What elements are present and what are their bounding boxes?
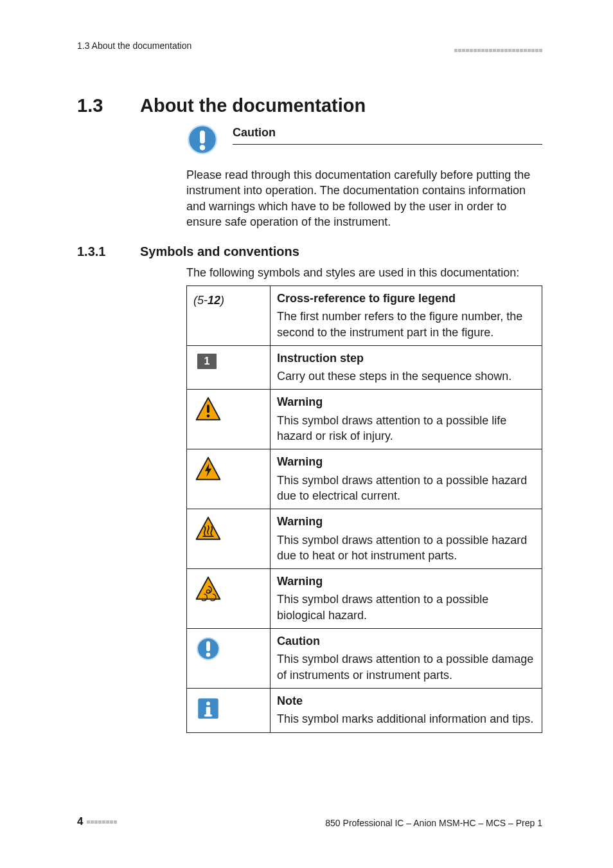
conv-desc: This symbol draws attention to a possibl… bbox=[271, 650, 542, 688]
conv-title: Cross-reference to figure legend bbox=[271, 286, 542, 308]
symbol-cell-step: 1 bbox=[187, 345, 271, 390]
symbol-cell-warn-life bbox=[187, 390, 271, 449]
svg-rect-2 bbox=[200, 131, 205, 143]
running-header: 1.3 About the documentation bbox=[77, 40, 542, 52]
symbol-cell-xref: (5-12) bbox=[187, 286, 271, 346]
page-number: 4 bbox=[77, 815, 83, 829]
symbol-cell-caution bbox=[187, 629, 271, 689]
conv-title: Warning bbox=[271, 449, 542, 471]
section-number: 1.3 bbox=[77, 93, 140, 118]
caution-callout: Caution Please read through this documen… bbox=[186, 123, 542, 230]
svg-rect-15 bbox=[206, 641, 210, 651]
subsection-heading: 1.3.1Symbols and conventions bbox=[77, 243, 299, 260]
conv-title: Instruction step bbox=[271, 345, 542, 367]
conv-desc: This symbol draws attention to a possibl… bbox=[271, 411, 542, 449]
section-heading: 1.3About the documentation bbox=[77, 93, 366, 118]
xref-example: (5-12) bbox=[193, 294, 224, 307]
svg-rect-20 bbox=[204, 714, 212, 716]
conv-title: Note bbox=[271, 688, 542, 710]
footer-doc-title: 850 Professional IC – Anion MSM-HC – MCS… bbox=[325, 817, 542, 829]
warning-heat-icon bbox=[193, 516, 263, 543]
conv-desc: Carry out these steps in the sequence sh… bbox=[271, 367, 542, 390]
section-title: About the documentation bbox=[140, 95, 366, 116]
symbol-cell-warn-elec bbox=[187, 449, 271, 509]
svg-marker-11 bbox=[197, 577, 220, 599]
warning-exclamation-icon bbox=[193, 396, 263, 423]
running-footer: 4 850 Professional IC – Anion MSM-HC – M… bbox=[77, 815, 542, 829]
caution-title: Caution bbox=[233, 125, 542, 145]
conv-title: Warning bbox=[271, 569, 542, 591]
conv-title: Caution bbox=[271, 629, 542, 651]
footer-ornament bbox=[87, 820, 117, 824]
warning-electric-icon bbox=[193, 456, 263, 483]
symbol-cell-note bbox=[187, 688, 271, 732]
header-section-ref: 1.3 About the documentation bbox=[77, 40, 191, 52]
symbol-cell-warn-bio bbox=[187, 569, 271, 629]
conv-desc: The first number refers to the figure nu… bbox=[271, 307, 542, 345]
caution-circle-icon bbox=[193, 635, 263, 662]
conv-title: Warning bbox=[271, 509, 542, 531]
svg-point-6 bbox=[207, 415, 210, 418]
conv-title: Warning bbox=[271, 390, 542, 411]
caution-body: Please read through this documentation c… bbox=[186, 167, 542, 230]
svg-point-16 bbox=[206, 653, 211, 657]
info-square-icon bbox=[193, 695, 263, 722]
conventions-table: (5-12) Cross-reference to figure legend … bbox=[186, 285, 542, 733]
svg-point-3 bbox=[200, 145, 206, 150]
subsection-intro: The following symbols and styles are use… bbox=[186, 265, 542, 280]
symbol-cell-warn-heat bbox=[187, 509, 271, 569]
conv-desc: This symbol draws attention to a possibl… bbox=[271, 531, 542, 569]
subsection-number: 1.3.1 bbox=[77, 243, 140, 260]
step-number-badge: 1 bbox=[197, 354, 217, 369]
subsection-title: Symbols and conventions bbox=[140, 244, 299, 258]
conv-desc: This symbol marks additional information… bbox=[271, 710, 542, 732]
svg-rect-5 bbox=[207, 405, 209, 413]
caution-circle-icon bbox=[186, 123, 218, 156]
page: 1.3 About the documentation 1.3About the… bbox=[0, 0, 613, 868]
conv-desc: This symbol draws attention to a possibl… bbox=[271, 590, 542, 628]
conv-desc: This symbol draws attention to a possibl… bbox=[271, 471, 542, 509]
svg-point-18 bbox=[206, 701, 210, 705]
warning-biohazard-icon bbox=[193, 575, 263, 602]
header-ornament bbox=[454, 49, 542, 52]
